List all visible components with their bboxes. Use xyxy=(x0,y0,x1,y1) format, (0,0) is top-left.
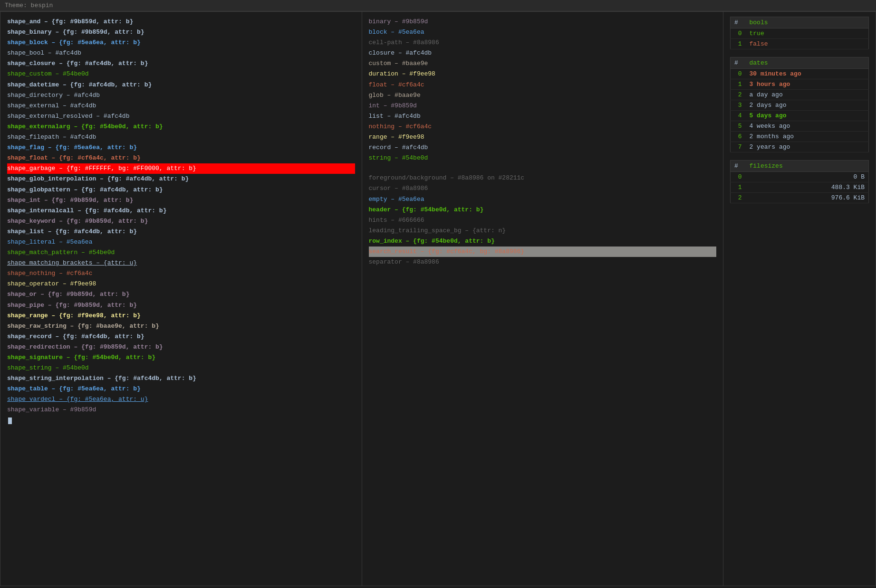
row-value: 976.6 KiB xyxy=(746,193,869,203)
list-item: block – #5ea6ea xyxy=(369,27,717,38)
list-item: custom – #baae9e xyxy=(369,58,717,69)
bools-table: # bools 0true1false xyxy=(730,17,869,49)
list-item: shape_external – #afc4db xyxy=(7,101,355,111)
row-value: 2 years ago xyxy=(746,142,869,152)
left-panel-content: shape_and – {fg: #9b859d, attr: b}shape_… xyxy=(7,17,355,416)
list-item: shape_closure – {fg: #afc4db, attr: b} xyxy=(7,58,355,69)
row-number: 4 xyxy=(731,111,746,121)
row-value: 5 days ago xyxy=(746,111,869,121)
list-item: shape_int – {fg: #9b859d, attr: b} xyxy=(7,195,355,206)
theme-bar: Theme: bespin xyxy=(0,0,876,11)
table-row: 2976.6 KiB xyxy=(731,193,869,203)
list-item: shape_internalcall – {fg: #afc4db, attr:… xyxy=(7,206,355,216)
list-item: empty – #5ea6ea xyxy=(369,194,717,205)
row-value: 488.3 KiB xyxy=(746,182,869,193)
list-item: shape_list – {fg: #afc4db, attr: b} xyxy=(7,227,355,237)
list-item: shape_string_interpolation – {fg: #afc4d… xyxy=(7,373,355,384)
row-value: 4 weeks ago xyxy=(746,121,869,132)
list-item: shape_literal – #5ea6ea xyxy=(7,237,355,247)
list-item: shape_pipe – {fg: #9b859d, attr: b} xyxy=(7,300,355,311)
list-item: float – #cf6a4c xyxy=(369,80,717,90)
row-number: 3 xyxy=(731,100,746,111)
filesizes-label-header: filesizes xyxy=(746,161,869,172)
table-row: 00 B xyxy=(731,172,869,182)
bools-hash-header: # xyxy=(731,17,746,28)
table-row: 2a day ago xyxy=(731,90,869,100)
table-row: 72 years ago xyxy=(731,142,869,152)
list-item: shape_flag – {fg: #5ea6ea, attr: b} xyxy=(7,142,355,153)
list-item: shape_directory – #afc4db xyxy=(7,90,355,101)
row-value: 3 hours ago xyxy=(746,79,869,90)
dates-label-header: dates xyxy=(746,57,869,69)
list-item: shape_range – {fg: #f9ee98, attr: b} xyxy=(7,311,355,321)
row-number: 0 xyxy=(731,69,746,79)
list-item: shape_keyword – {fg: #9b859d, attr: b} xyxy=(7,216,355,227)
list-item: header – {fg: #54be0d, attr: b} xyxy=(369,205,717,215)
list-item: leading_trailing_space_bg – {attr: n} xyxy=(369,226,717,236)
bools-label-header: bools xyxy=(746,17,869,28)
row-number: 0 xyxy=(731,172,746,182)
row-value: 0 B xyxy=(746,172,869,182)
list-item: foreground/background – #8a8986 on #2821… xyxy=(369,173,717,183)
row-number: 5 xyxy=(731,121,746,132)
list-item: shape_block – {fg: #5ea6ea, attr: b} xyxy=(7,38,355,48)
table-row: 45 days ago xyxy=(731,111,869,121)
list-item: shape_globpattern – {fg: #afc4db, attr: … xyxy=(7,185,355,195)
row-value: true xyxy=(746,28,869,39)
row-value: a day ago xyxy=(746,90,869,100)
list-item: shape_vardecl – {fg: #5ea6ea, attr: u} xyxy=(7,394,355,405)
list-item: shape_record – {fg: #afc4db, attr: b} xyxy=(7,332,355,342)
dates-hash-header: # xyxy=(731,57,746,69)
row-value: 2 days ago xyxy=(746,100,869,111)
list-item: shape_and – {fg: #9b859d, attr: b} xyxy=(7,17,355,27)
list-item: shape_filepath – #afc4db xyxy=(7,132,355,142)
list-item: shape_or – {fg: #9b859d, attr: b} xyxy=(7,289,355,300)
list-item: binary – #9b859d xyxy=(369,17,717,27)
table-row: 0true xyxy=(731,28,869,39)
row-number: 7 xyxy=(731,142,746,152)
list-item: shape_externalarg – {fg: #54be0d, attr: … xyxy=(7,122,355,132)
list-item: shape_redirection – {fg: #9b859d, attr: … xyxy=(7,342,355,352)
table-row: 54 weeks ago xyxy=(731,121,869,132)
list-item: shape_nothing – #cf6a4c xyxy=(7,268,355,279)
list-item: shape_table – {fg: #5ea6ea, attr: b} xyxy=(7,384,355,394)
list-item: glob – #baae9e xyxy=(369,90,717,101)
row-number: 0 xyxy=(731,28,746,39)
row-value: 2 months ago xyxy=(746,132,869,142)
table-row: 1false xyxy=(731,39,869,49)
list-item: cursor – #8a8986 xyxy=(369,183,717,194)
list-item: shape_string – #54be0d xyxy=(7,363,355,373)
list-item: range – #f9ee98 xyxy=(369,132,717,142)
table-row: 030 minutes ago xyxy=(731,69,869,79)
dates-table: # dates 030 minutes ago13 hours ago2a da… xyxy=(730,57,869,152)
table-row: 13 hours ago xyxy=(731,79,869,90)
list-item: shape_glob_interpolation – {fg: #afc4db,… xyxy=(7,174,355,184)
mid-types-section: binary – #9b859dblock – #5ea6eacell-path… xyxy=(369,17,717,163)
list-item: shape_operator – #f9ee98 xyxy=(7,279,355,289)
list-item: shape_matching_brackets – {attr: u} xyxy=(7,258,355,268)
list-item: shape_signature – {fg: #54be0d, attr: b} xyxy=(7,352,355,363)
middle-panel: binary – #9b859dblock – #5ea6eacell-path… xyxy=(362,12,724,586)
list-item: shape_garbage – {fg: #FFFFFF, bg: #FF000… xyxy=(7,163,355,174)
list-item: separator – #8a8986 xyxy=(369,257,717,267)
left-panel: shape_and – {fg: #9b859d, attr: b}shape_… xyxy=(0,12,362,586)
row-number: 2 xyxy=(731,90,746,100)
list-item: int – #9b859d xyxy=(369,101,717,111)
list-item: shape_external_resolved – #afc4db xyxy=(7,111,355,122)
row-number: 6 xyxy=(731,132,746,142)
right-panel: # bools 0true1false # dates 030 minutes … xyxy=(723,12,876,586)
list-item: shape_raw_string – {fg: #baae9e, attr: b… xyxy=(7,321,355,332)
list-item: shape_custom – #54be0d xyxy=(7,69,355,79)
list-item: record – #afc4db xyxy=(369,142,717,153)
row-value: 30 minutes ago xyxy=(746,69,869,79)
row-number: 1 xyxy=(731,182,746,193)
list-item: hints – #666666 xyxy=(369,215,717,226)
list-item: closure – #afc4db xyxy=(369,48,717,58)
list-item: shape_datetime – {fg: #afc4db, attr: b} xyxy=(7,80,355,90)
mid-styles-section: foreground/background – #8a8986 on #2821… xyxy=(369,173,717,267)
list-item: cell-path – #8a8986 xyxy=(369,38,717,48)
row-number: 2 xyxy=(731,193,746,203)
cursor xyxy=(8,417,12,424)
list-item: nothing – #cf6a4c xyxy=(369,122,717,132)
filesizes-hash-header: # xyxy=(731,161,746,172)
